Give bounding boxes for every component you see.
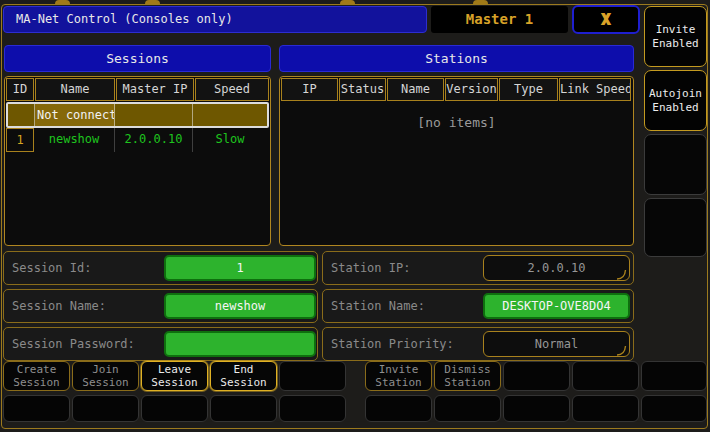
session-password-row: Session Password: [3, 327, 318, 361]
empty-action-button [434, 395, 501, 422]
column-header-master-ip: Master IP [116, 78, 194, 101]
empty-action-button [279, 361, 346, 391]
session-password-label: Session Password: [12, 328, 135, 360]
input-curl-icon [616, 268, 628, 280]
column-header-name: Name [35, 78, 115, 101]
session-cell-name: newshow [34, 128, 115, 152]
session-name-row: Session Name: newshow [3, 289, 318, 323]
session-cell-id [8, 104, 35, 126]
stations-empty-text: [no items] [281, 115, 632, 130]
column-header-link-speed: Link Speed [559, 78, 631, 101]
station-name-value-button[interactable]: DESKTOP-OVE8DO4 [483, 293, 630, 319]
station-priority-input[interactable]: Normal [483, 331, 630, 357]
empty-action-button [503, 395, 570, 422]
session-password-value-button[interactable] [164, 331, 316, 357]
empty-action-button [503, 361, 570, 391]
empty-action-button [641, 395, 707, 422]
session-cell-master-ip: 2.0.0.10 [115, 128, 193, 152]
close-button[interactable]: X [572, 5, 640, 34]
session-id-label: Session Id: [12, 252, 91, 284]
station-ip-label: Station IP: [331, 252, 410, 284]
create-session-button[interactable]: Create Session [3, 361, 70, 391]
sidebar-empty-button [644, 198, 707, 257]
column-header-status: Status [339, 78, 386, 101]
column-header-name: Name [387, 78, 444, 101]
station-priority-value: Normal [535, 337, 578, 351]
stations-header: Stations [279, 45, 634, 72]
empty-action-button [279, 395, 346, 422]
session-name-label: Session Name: [12, 290, 106, 322]
session-id-row: Session Id: 1 [3, 251, 318, 285]
session-cell-speed: Slow [193, 128, 267, 152]
empty-action-button [365, 395, 432, 422]
session-name-value-button[interactable]: newshow [164, 293, 316, 319]
column-header-ip: IP [281, 78, 338, 101]
sidebar-empty-button [644, 134, 707, 195]
sessions-header: Sessions [4, 45, 271, 72]
column-header-id: ID [6, 78, 34, 101]
session-cell-master-ip [115, 104, 193, 126]
invite-enabled-button[interactable]: Invite Enabled [644, 6, 707, 67]
column-header-speed: Speed [195, 78, 269, 101]
empty-action-button [572, 361, 639, 391]
sessions-table: ID Name Master IP Speed Not connecte 1 n… [4, 76, 271, 246]
session-id-value-button[interactable]: 1 [164, 255, 316, 281]
empty-action-button [641, 361, 707, 391]
empty-action-button [72, 395, 139, 422]
session-row-selected[interactable]: Not connecte [6, 102, 269, 128]
invite-station-button[interactable]: Invite Station [365, 361, 432, 391]
session-row[interactable]: 1 newshow 2.0.0.10 Slow [6, 128, 269, 152]
empty-action-button [141, 395, 208, 422]
station-ip-input[interactable]: 2.0.0.10 [483, 255, 630, 281]
empty-action-button [3, 395, 70, 422]
end-session-button[interactable]: End Session [210, 361, 277, 391]
station-priority-row: Station Priority: Normal [322, 327, 634, 361]
join-session-button[interactable]: Join Session [72, 361, 139, 391]
session-cell-name: Not connecte [35, 104, 115, 126]
stations-table-header: IP Status Name Version Type Link Speed [281, 78, 632, 101]
column-header-version: Version [445, 78, 498, 101]
station-name-row: Station Name: DESKTOP-OVE8DO4 [322, 289, 634, 323]
column-header-type: Type [499, 78, 558, 101]
leave-session-button[interactable]: Leave Session [141, 361, 208, 391]
input-curl-icon [616, 344, 628, 356]
ma-net-control-window: { "title_bar": { "title": "MA-Net Contro… [0, 0, 710, 432]
sessions-table-header: ID Name Master IP Speed [6, 78, 269, 101]
station-priority-label: Station Priority: [331, 328, 454, 360]
station-name-label: Station Name: [331, 290, 425, 322]
empty-action-button [210, 395, 277, 422]
master-selector[interactable]: Master 1 [431, 6, 568, 33]
empty-action-button [572, 395, 639, 422]
dismiss-station-button[interactable]: Dismiss Station [434, 361, 501, 391]
session-cell-id: 1 [6, 128, 34, 152]
station-ip-value: 2.0.0.10 [528, 261, 586, 275]
autojoin-enabled-button[interactable]: Autojoin Enabled [644, 70, 707, 131]
session-cell-speed [193, 104, 263, 126]
station-ip-row: Station IP: 2.0.0.10 [322, 251, 634, 285]
stations-table: IP Status Name Version Type Link Speed [… [279, 76, 634, 246]
window-title: MA-Net Control (Consoles only) [3, 6, 427, 33]
